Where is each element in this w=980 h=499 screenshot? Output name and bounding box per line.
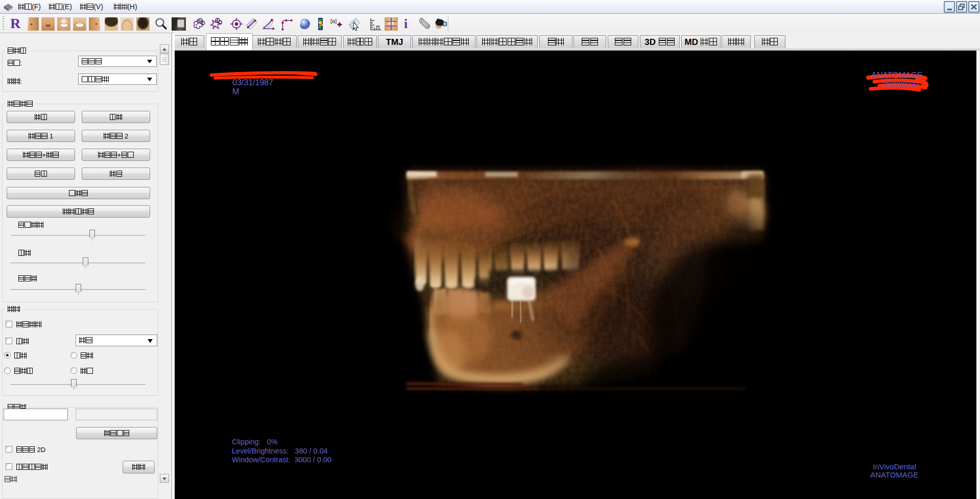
svg-text:[a]: [a] [330, 18, 337, 24]
